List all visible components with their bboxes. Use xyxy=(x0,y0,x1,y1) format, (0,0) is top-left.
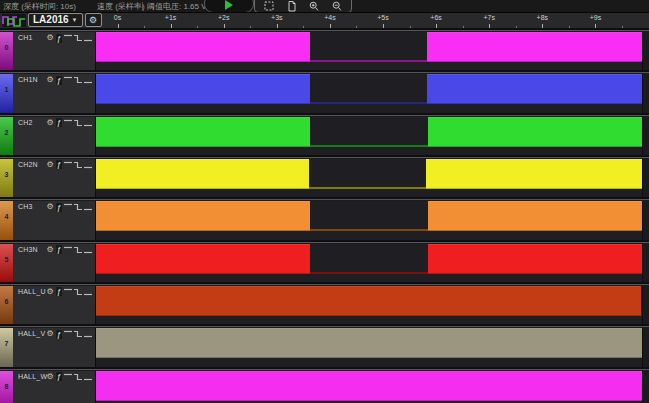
channel-color-strip[interactable]: 8 xyxy=(0,371,13,403)
channel-color-strip[interactable]: 5 xyxy=(0,244,13,282)
timeline-tick-label: +8s xyxy=(537,14,548,21)
start-button[interactable] xyxy=(204,0,254,13)
channel-name[interactable]: HALL_V xyxy=(18,330,45,337)
edge-trigger-icon[interactable] xyxy=(74,373,82,381)
channel-measure-f-icon[interactable]: ƒ xyxy=(56,76,62,85)
channel-row: 7 HALL_V ⚙ ƒ xyxy=(0,324,649,366)
channel-label-area: CH1N ⚙ ƒ xyxy=(13,74,96,112)
channel-name[interactable]: CH1 xyxy=(18,34,33,41)
channel-settings-gear-icon[interactable]: ⚙ xyxy=(46,118,53,128)
waveform-high-segment xyxy=(96,117,310,147)
waveform-high-segment xyxy=(428,244,644,274)
plot-right-edge xyxy=(642,328,649,366)
edge-trigger-icon[interactable] xyxy=(74,161,82,169)
timeline-tick-label: 0s xyxy=(114,14,121,21)
channel-name[interactable]: HALL_W xyxy=(18,373,47,380)
waveform-plot[interactable] xyxy=(96,244,649,282)
waveform-high-segment xyxy=(96,371,644,401)
low-level-icon[interactable] xyxy=(84,161,92,169)
channel-number: 3 xyxy=(0,171,13,178)
selection-box-icon[interactable] xyxy=(264,1,274,12)
channel-icon-bar: ⚙ ƒ xyxy=(46,118,92,128)
device-dropdown-button[interactable]: LA2016 ▼ xyxy=(28,13,83,27)
channel-color-strip[interactable]: 0 xyxy=(0,32,13,70)
export-file-icon[interactable] xyxy=(287,1,297,12)
low-level-icon[interactable] xyxy=(84,373,92,381)
channel-name[interactable]: HALL_U xyxy=(18,288,46,295)
waveform-plot[interactable] xyxy=(96,32,649,70)
waveform-high-segment xyxy=(427,32,644,62)
low-level-icon[interactable] xyxy=(84,76,92,84)
channel-icon-bar: ⚙ ƒ xyxy=(46,287,92,297)
high-level-icon[interactable] xyxy=(64,373,72,381)
waveform-plot[interactable] xyxy=(96,117,649,155)
timeline-tick-label: +5s xyxy=(377,14,388,21)
channel-settings-gear-icon[interactable]: ⚙ xyxy=(46,245,53,255)
channel-settings-gear-icon[interactable]: ⚙ xyxy=(46,287,53,297)
channel-color-strip[interactable]: 7 xyxy=(0,328,13,366)
edge-trigger-icon[interactable] xyxy=(74,330,82,338)
edge-trigger-icon[interactable] xyxy=(74,203,82,211)
channel-rows: 0 CH1 ⚙ ƒ 1 CH1N ⚙ ƒ xyxy=(0,28,649,403)
high-level-icon[interactable] xyxy=(64,246,72,254)
channel-settings-gear-icon[interactable]: ⚙ xyxy=(46,372,53,382)
channel-measure-f-icon[interactable]: ƒ xyxy=(56,330,62,339)
channel-settings-gear-icon[interactable]: ⚙ xyxy=(46,75,53,85)
channel-measure-f-icon[interactable]: ƒ xyxy=(56,203,62,212)
zoom-out-icon[interactable] xyxy=(332,1,342,12)
channel-measure-f-icon[interactable]: ƒ xyxy=(56,245,62,254)
high-level-icon[interactable] xyxy=(64,119,72,127)
timeline-ruler[interactable]: 0s+1s+2s+3s+4s+5s+6s+7s+8s+9s xyxy=(95,13,649,28)
zoom-in-icon[interactable] xyxy=(309,1,319,12)
channel-settings-gear-icon[interactable]: ⚙ xyxy=(46,160,53,170)
high-level-icon[interactable] xyxy=(64,203,72,211)
channel-measure-f-icon[interactable]: ƒ xyxy=(56,287,62,296)
channel-measure-f-icon[interactable]: ƒ xyxy=(56,118,62,127)
edge-trigger-icon[interactable] xyxy=(74,34,82,42)
waveform-plot[interactable] xyxy=(96,201,649,239)
channel-color-strip[interactable]: 3 xyxy=(0,159,13,197)
low-level-icon[interactable] xyxy=(84,203,92,211)
edge-trigger-icon[interactable] xyxy=(74,288,82,296)
edge-trigger-icon[interactable] xyxy=(74,76,82,84)
edge-trigger-icon[interactable] xyxy=(74,246,82,254)
channel-row: 4 CH3 ⚙ ƒ xyxy=(0,197,649,239)
high-level-icon[interactable] xyxy=(64,330,72,338)
waveform-plot[interactable] xyxy=(96,328,649,366)
channel-measure-f-icon[interactable]: ƒ xyxy=(56,372,62,381)
high-level-icon[interactable] xyxy=(64,288,72,296)
plot-right-edge xyxy=(642,159,649,197)
waveform-plot[interactable] xyxy=(96,159,649,197)
low-level-icon[interactable] xyxy=(84,330,92,338)
waveform-plot[interactable] xyxy=(96,74,649,112)
channel-name[interactable]: CH2 xyxy=(18,119,33,126)
channel-settings-gear-icon[interactable]: ⚙ xyxy=(46,329,53,339)
channel-measure-f-icon[interactable]: ƒ xyxy=(56,160,62,169)
channel-name[interactable]: CH3N xyxy=(18,246,38,253)
channel-name[interactable]: CH1N xyxy=(18,76,38,83)
channel-settings-gear-icon[interactable]: ⚙ xyxy=(46,33,53,43)
high-level-icon[interactable] xyxy=(64,34,72,42)
low-level-icon[interactable] xyxy=(84,288,92,296)
high-level-icon[interactable] xyxy=(64,76,72,84)
channel-color-strip[interactable]: 6 xyxy=(0,286,13,324)
channel-color-strip[interactable]: 1 xyxy=(0,74,13,112)
waveform-low-segment xyxy=(310,60,427,62)
waveform-plot[interactable] xyxy=(96,371,649,403)
high-level-icon[interactable] xyxy=(64,161,72,169)
low-level-icon[interactable] xyxy=(84,246,92,254)
channel-icon-bar: ⚙ ƒ xyxy=(46,329,92,339)
low-level-icon[interactable] xyxy=(84,119,92,127)
channel-color-strip[interactable]: 2 xyxy=(0,117,13,155)
channel-name[interactable]: CH3 xyxy=(18,203,33,210)
channel-number: 1 xyxy=(0,86,13,93)
channel-settings-gear-icon[interactable]: ⚙ xyxy=(46,202,53,212)
waveform-plot[interactable] xyxy=(96,286,649,324)
channel-name[interactable]: CH2N xyxy=(18,161,38,168)
plot-right-edge xyxy=(642,286,649,324)
edge-trigger-icon[interactable] xyxy=(74,119,82,127)
low-level-icon[interactable] xyxy=(84,34,92,42)
channel-color-strip[interactable]: 4 xyxy=(0,201,13,239)
channel-measure-f-icon[interactable]: ƒ xyxy=(56,34,62,43)
channel-row: 1 CH1N ⚙ ƒ xyxy=(0,70,649,112)
